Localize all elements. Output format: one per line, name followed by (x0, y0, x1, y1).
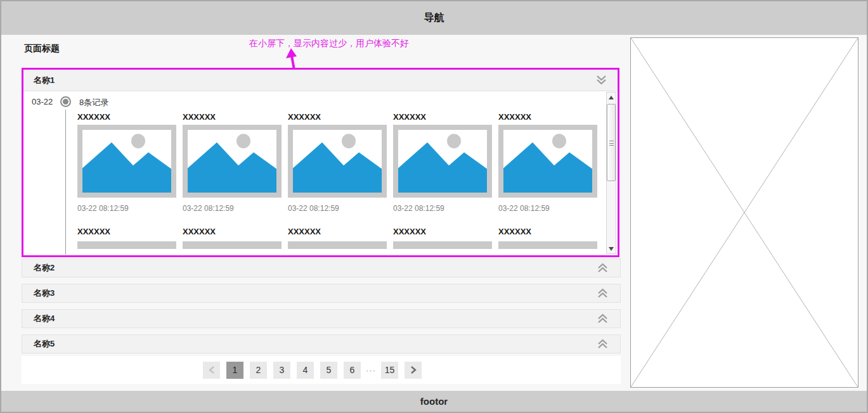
image-placeholder-icon (183, 125, 282, 198)
scrollbar-thumb[interactable] (607, 104, 616, 181)
expand-double-chevron-up-icon[interactable] (597, 313, 609, 325)
card-timestamp: 03-22 08:12:59 (77, 204, 176, 213)
timeline-marker-icon (60, 96, 71, 107)
panel-section-5[interactable]: 名称5 (22, 334, 621, 353)
annotation-note: 在小屏下，显示内容过少，用户体验不好 (249, 38, 409, 49)
scroll-up-icon[interactable] (607, 92, 616, 102)
page-button-1[interactable]: 1 (226, 362, 243, 379)
footer-bar: footor (1, 391, 867, 412)
timeline-date: 03-22 (32, 97, 53, 106)
panel-5-title: 名称5 (34, 338, 55, 350)
card-title: XXXXXX (498, 112, 597, 125)
pagination: 1 2 3 4 5 6 ··· 15 (203, 362, 422, 379)
timeline-line (65, 110, 66, 255)
panel-1-header[interactable]: 名称1 (23, 70, 618, 91)
cards-row-1: XXXXXX 03-22 08:12:59 XXXXXX (77, 112, 604, 213)
card-title: XXXXXX (183, 227, 282, 239)
card-timestamp: 03-22 08:12:59 (498, 204, 597, 213)
record-card[interactable]: XXXXXX (77, 227, 176, 249)
image-placeholder-icon (288, 241, 387, 249)
expand-double-chevron-up-icon[interactable] (597, 338, 609, 350)
scrollbar-grip-icon (609, 141, 614, 146)
collapse-double-chevron-down-icon[interactable] (595, 74, 607, 86)
record-count: 8条记录 (79, 97, 108, 108)
card-title: XXXXXX (183, 112, 282, 125)
panel-1-title: 名称1 (34, 75, 55, 86)
record-card[interactable]: XXXXXX (288, 227, 387, 249)
expand-double-chevron-up-icon[interactable] (597, 262, 609, 274)
prev-page-button[interactable] (203, 362, 220, 379)
panel-section-3[interactable]: 名称3 (22, 284, 621, 303)
page-button-5[interactable]: 5 (320, 362, 337, 379)
page-title: 页面标题 (24, 43, 60, 54)
image-placeholder-icon (77, 125, 176, 198)
record-card[interactable]: XXXXXX (498, 227, 597, 249)
card-timestamp: 03-22 08:12:59 (288, 204, 387, 213)
record-card[interactable]: XXXXXX (393, 227, 492, 249)
next-page-button[interactable] (405, 362, 422, 379)
card-title: XXXXXX (498, 227, 597, 239)
cards-row-2: XXXXXX XXXXXX XXXXXX XXXXXX XXXXXX (77, 227, 604, 249)
record-card[interactable]: XXXXXX 03-22 08:12:59 (77, 112, 176, 213)
image-placeholder-icon (393, 241, 492, 249)
image-placeholder-icon (498, 125, 597, 198)
record-card[interactable]: XXXXXX (183, 227, 282, 249)
panel-1-content: 03-22 8条记录 XXXXXX 03-22 08:12:59 (23, 91, 618, 255)
card-title: XXXXXX (393, 112, 492, 125)
app-window: 导航 页面标题 在小屏下，显示内容过少，用户体验不好 名称1 03-22 8条记… (0, 0, 868, 413)
card-title: XXXXXX (393, 227, 492, 239)
page-button-4[interactable]: 4 (297, 362, 314, 379)
wireframe-image-placeholder (630, 37, 858, 388)
record-card[interactable]: XXXXXX 03-22 08:12:59 (288, 112, 387, 213)
panel-4-title: 名称4 (34, 313, 55, 324)
panel-3-title: 名称3 (34, 288, 55, 299)
image-placeholder-icon (77, 241, 176, 249)
card-title: XXXXXX (77, 227, 176, 239)
panel-section-1: 名称1 03-22 8条记录 XXXXXX (22, 68, 619, 257)
record-card[interactable]: XXXXXX 03-22 08:12:59 (183, 112, 282, 213)
vertical-scrollbar[interactable] (606, 92, 616, 254)
panel-section-4[interactable]: 名称4 (22, 309, 621, 328)
record-card[interactable]: XXXXXX 03-22 08:12:59 (498, 112, 597, 213)
top-nav-bar: 导航 (1, 1, 867, 35)
chevron-left-icon (208, 365, 216, 374)
page-button-6[interactable]: 6 (344, 362, 361, 379)
image-placeholder-icon (498, 241, 597, 249)
panel-section-2[interactable]: 名称2 (22, 258, 621, 277)
card-timestamp: 03-22 08:12:59 (183, 204, 282, 213)
nav-title: 导航 (424, 11, 444, 25)
image-placeholder-icon (183, 241, 282, 249)
image-placeholder-icon (288, 125, 387, 198)
footer-title: footor (420, 396, 448, 407)
placeholder-x-icon (631, 38, 858, 387)
page-button-3[interactable]: 3 (273, 362, 290, 379)
page-button-2[interactable]: 2 (250, 362, 267, 379)
record-card[interactable]: XXXXXX 03-22 08:12:59 (393, 112, 492, 213)
card-timestamp: 03-22 08:12:59 (393, 204, 492, 213)
pagination-bar: 1 2 3 4 5 6 ··· 15 (22, 356, 621, 384)
expand-double-chevron-up-icon[interactable] (597, 288, 609, 300)
card-title: XXXXXX (288, 227, 387, 239)
card-title: XXXXXX (77, 112, 176, 125)
pagination-ellipsis: ··· (366, 365, 376, 375)
image-placeholder-icon (393, 125, 492, 198)
panel-2-title: 名称2 (34, 262, 55, 274)
scroll-down-icon[interactable] (607, 244, 616, 253)
page-button-15[interactable]: 15 (381, 362, 398, 379)
card-title: XXXXXX (288, 112, 387, 125)
chevron-right-icon (410, 365, 417, 374)
